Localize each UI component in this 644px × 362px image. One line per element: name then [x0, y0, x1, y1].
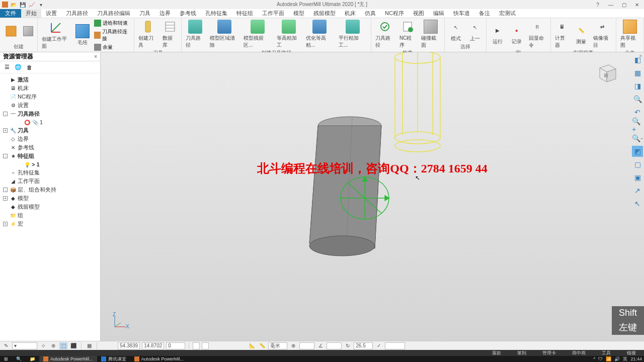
infobar-item-2[interactable]: 管理卡	[534, 350, 564, 356]
tree-item[interactable]: ▶激活	[1, 75, 99, 84]
ribbon-connection-button[interactable]: 刀具路径连接	[93, 28, 132, 43]
tray-time[interactable]: 21:44	[630, 356, 642, 361]
status-empty3[interactable]	[385, 342, 405, 349]
menu-workplane[interactable]: 工作平面	[258, 9, 289, 18]
ribbon-model-rest[interactable]: 模型残留区...	[242, 19, 274, 49]
status-snap4-icon[interactable]: ⬛	[69, 342, 77, 349]
menu-view[interactable]: 视图	[409, 9, 429, 18]
minimize-button[interactable]: —	[605, 1, 617, 8]
tree-item[interactable]: -★特征组	[1, 152, 99, 160]
tree-item[interactable]: ⭕📎1	[1, 118, 99, 126]
tree-item[interactable]: ◇边界	[1, 135, 99, 143]
menu-hole-feature[interactable]: 孔特征集	[201, 9, 232, 18]
status-target-icon[interactable]: ⊕	[289, 342, 297, 349]
explorer-globe-icon[interactable]: 🌐	[14, 63, 22, 71]
tray-ime[interactable]: 英	[623, 356, 627, 363]
rt-shaded-icon[interactable]: ◨	[632, 80, 643, 92]
rt-zoom-fit-icon[interactable]: 🔍	[632, 94, 643, 105]
menu-model[interactable]: 模型	[289, 9, 309, 18]
explorer-tree-icon[interactable]: ☰	[3, 63, 11, 71]
ribbon-mode[interactable]: ↖模式	[447, 20, 465, 43]
ribbon-toolpath-button[interactable]: 刀具路径	[184, 19, 207, 49]
tree-item[interactable]: +⚡宏	[1, 220, 99, 228]
ribbon-measure[interactable]: 📏测量	[572, 23, 590, 46]
status-check-icon[interactable]: ✓	[375, 342, 383, 349]
ribbon-collision[interactable]: 碰撞截面	[419, 19, 442, 49]
close-button[interactable]: ✕	[631, 1, 643, 8]
rt-view1-icon[interactable]: ▢	[632, 159, 643, 170]
status-snap1-icon[interactable]: ⊹	[39, 342, 47, 349]
rt-view2-icon[interactable]: ▣	[632, 172, 643, 183]
menu-express[interactable]: 快车道	[449, 9, 474, 18]
status-z-field[interactable]: 0	[166, 342, 185, 349]
ribbon-run[interactable]: ▶运行	[489, 23, 507, 46]
rt-zoom-out-icon[interactable]: 🔍-	[632, 133, 643, 144]
tree-item[interactable]: -〰刀具路径	[1, 110, 99, 118]
help-icon[interactable]: ?	[592, 1, 604, 8]
ribbon-create-tool-button[interactable]: 创建刀具	[136, 19, 159, 49]
menu-file[interactable]: 文件	[0, 9, 21, 18]
ribbon-workplane-button[interactable]: 创建工作平面	[40, 20, 72, 50]
menu-stock-model[interactable]: 残留模型	[309, 9, 340, 18]
qat-dropdown-icon[interactable]: ▾	[37, 1, 44, 8]
status-pencil-icon[interactable]: ✎	[2, 342, 10, 349]
infobar-item-3[interactable]: 画中画	[564, 350, 594, 356]
status-empty1[interactable]	[299, 342, 314, 349]
tree-item[interactable]: 📄NC程序	[1, 93, 99, 101]
tree-item[interactable]: ◢工作平面	[1, 177, 99, 186]
tree-item[interactable]: ✕参考线	[1, 143, 99, 152]
tree-item[interactable]: ⚙设置	[1, 101, 99, 110]
qat-open-icon[interactable]: 📂	[10, 1, 17, 8]
status-empty2[interactable]	[327, 342, 342, 349]
rt-arrow-icon[interactable]: ↗	[632, 185, 643, 196]
menu-notes[interactable]: 备注	[474, 9, 495, 18]
start-button[interactable]: ⊞	[0, 356, 12, 362]
status-angle-field[interactable]: 26.5	[354, 342, 373, 349]
menu-tool[interactable]: 刀具	[135, 9, 155, 18]
status-ruler-icon[interactable]: 📏	[258, 342, 266, 349]
task-search[interactable]: 🔍	[12, 356, 26, 362]
qat-chart-icon[interactable]: 📈	[28, 1, 35, 8]
menu-simulate[interactable]: 仿真	[360, 9, 380, 18]
ribbon-parallel[interactable]: 平行精加工...	[337, 19, 369, 49]
viewport[interactable]: × 北斗编程在	[101, 52, 644, 342]
infobar-item-0[interactable]: 落款	[484, 350, 509, 356]
ribbon-constant-z[interactable]: 等高精加工	[275, 19, 303, 49]
menu-macro-test[interactable]: 宏测试	[495, 9, 520, 18]
tree-item[interactable]: 📁组	[1, 211, 99, 220]
explorer-close-button[interactable]: ×	[94, 54, 97, 59]
menu-pattern[interactable]: 参考线	[175, 9, 201, 18]
menu-feature-group[interactable]: 特征组	[232, 9, 258, 18]
menu-machine[interactable]: 机床	[340, 9, 360, 18]
ribbon-record[interactable]: ●记录	[508, 23, 526, 46]
ribbon-create-button[interactable]	[2, 24, 20, 39]
ribbon-check-nc[interactable]: NC程序	[397, 19, 418, 49]
status-angle-icon[interactable]: ∠	[316, 342, 325, 349]
maximize-button[interactable]: ▢	[618, 1, 630, 8]
ribbon-optimized-z[interactable]: 优化等高精...	[304, 19, 336, 49]
tree-item[interactable]: +◆模型	[1, 194, 99, 203]
ribbon-prev[interactable]: ↖上一	[466, 20, 484, 43]
rt-zoom-last-icon[interactable]: ↶	[632, 107, 643, 118]
tray-net-icon[interactable]: 📶	[606, 356, 611, 361]
tree-item[interactable]: ○孔特征集	[1, 168, 99, 177]
ribbon-model-area-clear[interactable]: 模型区域清除	[208, 19, 240, 49]
viewcube[interactable]: 前	[595, 60, 619, 84]
ribbon-mirror[interactable]: ⇄镜像项目	[591, 19, 614, 49]
tray-up-icon[interactable]: ^	[593, 356, 595, 361]
tray-shield-icon[interactable]: 🛡	[598, 356, 603, 361]
status-check1[interactable]	[193, 342, 200, 349]
tree-item[interactable]: 🖥机床	[1, 84, 99, 93]
ribbon-feed-button[interactable]: 进给和转速	[93, 19, 132, 27]
tree-item[interactable]: +🔧刀具	[1, 126, 99, 135]
task-powermill-1[interactable]: Autodesk PowerMil...	[39, 356, 97, 362]
status-check2[interactable]	[202, 342, 209, 349]
ribbon-block-button[interactable]: 毛坯	[73, 24, 92, 47]
rt-cursor-icon[interactable]: ↖	[632, 198, 643, 209]
ribbon-database-button[interactable]: 数据库	[160, 19, 179, 49]
ribbon-create-sub[interactable]	[21, 26, 35, 37]
rt-block-icon[interactable]: ◩	[632, 146, 643, 157]
status-unit-field[interactable]: 毫米	[268, 342, 287, 349]
ribbon-share-view[interactable]: 共享视图	[618, 19, 641, 49]
task-explorer[interactable]: 📁	[26, 356, 39, 362]
